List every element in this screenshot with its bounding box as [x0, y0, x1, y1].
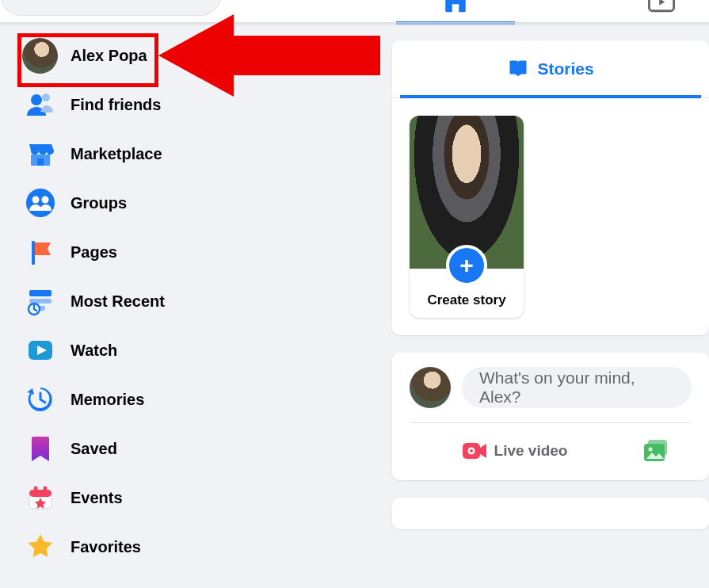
photo-video-button[interactable]: [628, 431, 699, 471]
home-icon: [442, 0, 469, 14]
svg-rect-15: [29, 490, 51, 497]
svg-point-16: [33, 487, 37, 491]
svg-rect-7: [32, 241, 35, 265]
story-user-photo: +: [410, 116, 524, 269]
most-recent-icon: [22, 284, 58, 319]
sidebar-item-events[interactable]: Events: [0, 473, 392, 522]
sidebar-item-label: Favorites: [71, 538, 141, 556]
sidebar-item-label: Saved: [71, 440, 117, 458]
plus-icon: +: [446, 245, 487, 286]
composer-avatar[interactable]: [410, 367, 451, 408]
photo-video-icon: [644, 440, 669, 462]
svg-point-2: [31, 94, 42, 105]
feed-column: Stories + Create story What's on your mi…: [392, 23, 709, 588]
sidebar-item-label: Find friends: [71, 96, 161, 114]
favorites-icon: [22, 529, 58, 565]
saved-icon: [22, 431, 58, 467]
avatar-icon: [22, 38, 58, 74]
sidebar-item-label: Pages: [71, 243, 117, 262]
live-video-label: Live video: [494, 442, 568, 460]
svg-point-5: [32, 197, 39, 204]
svg-point-20: [470, 449, 473, 452]
events-icon: [22, 480, 58, 516]
sidebar-item-label: Groups: [71, 194, 127, 212]
search-input[interactable]: [0, 0, 222, 16]
friends-icon: [22, 87, 58, 123]
sidebar-item-label: Alex Popa: [71, 47, 147, 65]
watch-nav-icon: [22, 333, 58, 368]
live-video-icon: [463, 441, 486, 460]
create-story-tile[interactable]: + Create story: [410, 116, 524, 318]
stories-tabs: Stories: [392, 40, 709, 98]
left-sidebar: Alex Popa Find friends: [0, 23, 392, 588]
sidebar-item-most-recent[interactable]: Most Recent: [0, 277, 392, 326]
sidebar-item-label: Watch: [71, 342, 117, 360]
sidebar-item-label: Most Recent: [71, 292, 165, 311]
sidebar-item-watch[interactable]: Watch: [0, 326, 392, 375]
svg-point-4: [26, 189, 55, 217]
sidebar-item-pages[interactable]: Pages: [0, 227, 392, 277]
svg-point-23: [649, 448, 653, 452]
sidebar-item-label: Events: [71, 489, 123, 507]
sidebar-item-saved[interactable]: Saved: [0, 424, 392, 473]
sidebar-item-marketplace[interactable]: Marketplace: [0, 129, 392, 178]
sidebar-item-label: Memories: [71, 391, 144, 409]
tab-home[interactable]: [396, 0, 515, 25]
tab-watch[interactable]: [602, 0, 709, 21]
pages-icon: [22, 235, 58, 270]
watch-icon: [648, 0, 675, 13]
memories-icon: [22, 382, 58, 418]
sidebar-item-memories[interactable]: Memories: [0, 375, 392, 424]
sidebar-item-groups[interactable]: Groups: [0, 178, 392, 227]
composer-placeholder: What's on your mind, Alex?: [479, 368, 674, 407]
sidebar-item-label: Marketplace: [71, 145, 162, 163]
svg-point-6: [41, 197, 48, 204]
svg-point-3: [42, 94, 50, 101]
feed-post-card: [392, 498, 709, 529]
top-tabs: [396, 0, 709, 21]
svg-marker-1: [158, 14, 380, 97]
groups-icon: [22, 185, 58, 221]
tab-stories[interactable]: Stories: [392, 40, 709, 97]
composer-card: What's on your mind, Alex? Live video: [392, 353, 709, 480]
svg-rect-8: [29, 290, 51, 296]
stories-card: Stories + Create story: [392, 40, 709, 335]
sidebar-item-favorites[interactable]: Favorites: [0, 522, 392, 571]
marketplace-icon: [22, 136, 58, 172]
stories-icon: [507, 58, 529, 80]
annotation-arrow: [158, 14, 380, 97]
svg-point-17: [43, 487, 47, 491]
composer-input[interactable]: What's on your mind, Alex?: [462, 367, 692, 408]
live-video-button[interactable]: Live video: [402, 431, 628, 471]
stories-tab-label: Stories: [537, 59, 593, 78]
